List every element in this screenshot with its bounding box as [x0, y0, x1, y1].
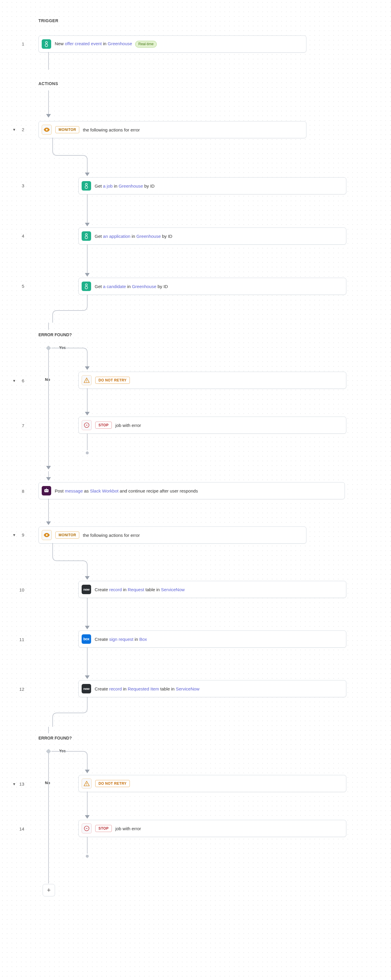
step-num-7: 7 — [15, 423, 24, 428]
svg-rect-12 — [86, 425, 88, 425]
terminal-dot-2 — [86, 855, 89, 858]
step-4-text: Get an application in Greenhouse by ID — [95, 233, 342, 239]
svg-point-1 — [45, 44, 48, 47]
step-11-text: Create sign request in Box — [95, 636, 342, 642]
step-14-stop[interactable]: STOP job with error — [78, 820, 346, 837]
step-3[interactable]: Get a job in Greenhouse by ID — [78, 177, 346, 194]
step-num-1: 1 — [15, 41, 24, 46]
svg-point-7 — [86, 284, 88, 286]
step-num-14: 14 — [15, 826, 24, 831]
dnr-tag: DO NOT RETRY — [95, 780, 130, 787]
greenhouse-icon — [42, 39, 51, 49]
realtime-badge: Real-time — [135, 41, 157, 48]
workbot-icon — [42, 486, 51, 495]
step-8-workbot[interactable]: Post message as Slack Workbot and contin… — [38, 482, 345, 499]
servicenow-icon: now — [81, 684, 91, 694]
svg-point-17 — [46, 534, 48, 536]
svg-point-4 — [85, 186, 88, 188]
step-2-text: the following actions for error — [83, 127, 302, 133]
step-3-text: Get a job in Greenhouse by ID — [95, 183, 342, 189]
dnr-tag: DO NOT RETRY — [95, 377, 130, 384]
step-num-3: 3 — [15, 183, 24, 188]
greenhouse-icon — [81, 231, 91, 241]
step-7-stop[interactable]: STOP job with error — [78, 417, 346, 434]
branch-diamond-2 — [46, 749, 51, 754]
greenhouse-icon — [81, 181, 91, 191]
stop-icon — [81, 420, 92, 430]
warning-icon — [81, 778, 92, 789]
step-num-8: 8 — [15, 489, 24, 494]
servicenow-icon: now — [81, 585, 91, 594]
warning-icon — [81, 375, 92, 385]
svg-point-10 — [86, 382, 87, 382]
step-13-dnr[interactable]: DO NOT RETRY — [78, 775, 346, 792]
monitor-icon — [42, 125, 52, 135]
step-12-text: Create record in Requested Item table in… — [95, 686, 342, 692]
step-9-monitor[interactable]: MONITOR the following actions for error — [38, 527, 306, 544]
label-yes-2: Yes — [59, 749, 65, 753]
terminal-dot-1 — [86, 452, 89, 454]
monitor-tag: MONITOR — [55, 126, 79, 133]
step-num-5: 5 — [15, 284, 24, 289]
svg-point-8 — [85, 286, 88, 289]
step-num-11: 11 — [15, 637, 24, 642]
step-num-10: 10 — [15, 587, 24, 592]
svg-point-15 — [47, 490, 48, 491]
step-6-dnr[interactable]: DO NOT RETRY — [78, 372, 346, 389]
step-11-box[interactable]: box Create sign request in Box — [78, 630, 346, 648]
step-12-snow[interactable]: now Create record in Requested Item tabl… — [78, 680, 346, 697]
svg-point-0 — [46, 42, 48, 44]
step-10-text: Create record in Request table in Servic… — [95, 587, 342, 593]
step-8-text: Post message as Slack Workbot and contin… — [55, 488, 340, 494]
svg-point-5 — [86, 234, 88, 236]
step-1-trigger[interactable]: New offer created event in Greenhouse Re… — [38, 35, 306, 52]
add-step-button[interactable]: + — [43, 884, 55, 896]
svg-rect-21 — [86, 828, 88, 829]
step-9-text: the following actions for error — [83, 532, 302, 538]
svg-rect-13 — [45, 489, 48, 492]
step-5[interactable]: Get a candidate in Greenhouse by ID — [78, 278, 346, 295]
svg-point-14 — [45, 490, 46, 491]
branch-diamond-1 — [46, 346, 51, 351]
step-num-12: 12 — [15, 687, 24, 692]
step-5-text: Get a candidate in Greenhouse by ID — [95, 283, 342, 290]
step-10-snow[interactable]: now Create record in Request table in Se… — [78, 581, 346, 598]
svg-point-3 — [86, 183, 88, 186]
greenhouse-icon — [81, 282, 91, 291]
box-icon: box — [81, 634, 91, 644]
step-1-text: New offer created event in Greenhouse Re… — [55, 40, 302, 48]
svg-point-6 — [85, 236, 88, 239]
section-actions: ACTIONS — [38, 81, 58, 86]
step-num-9: 9 — [15, 532, 24, 538]
step-2-monitor[interactable]: MONITOR the following actions for error — [38, 121, 306, 138]
step-7-text: job with error — [115, 422, 342, 428]
recipe-canvas: TRIGGER 1 New offer created event in Gre… — [0, 0, 391, 980]
monitor-tag: MONITOR — [55, 531, 79, 539]
svg-point-19 — [86, 785, 87, 786]
monitor-icon — [42, 530, 52, 540]
label-no-1: No — [45, 377, 50, 382]
step-num-6: 6 — [15, 378, 24, 383]
section-error-1: ERROR FOUND? — [38, 332, 72, 337]
step-num-4: 4 — [15, 234, 24, 239]
svg-point-2 — [46, 129, 48, 130]
step-num-2: 2 — [15, 127, 24, 132]
step-num-13: 13 — [15, 781, 24, 786]
label-no-2: No — [45, 781, 50, 785]
stop-tag: STOP — [95, 422, 112, 429]
section-trigger: TRIGGER — [38, 18, 58, 23]
stop-icon — [81, 823, 92, 834]
section-error-2: ERROR FOUND? — [38, 736, 72, 740]
step-14-text: job with error — [115, 826, 342, 832]
stop-tag: STOP — [95, 825, 112, 832]
step-4[interactable]: Get an application in Greenhouse by ID — [78, 228, 346, 245]
label-yes-1: Yes — [59, 345, 65, 350]
